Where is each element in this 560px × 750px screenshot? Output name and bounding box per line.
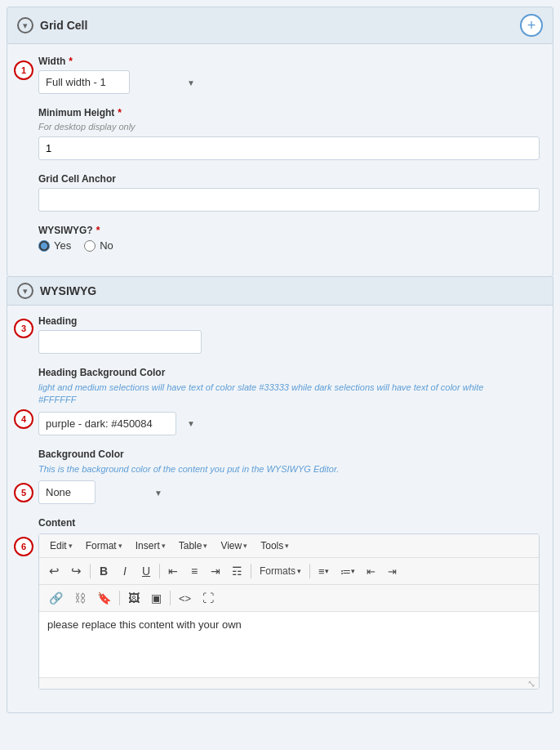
editor-toolbar-row2: 🔗 ⛓ 🔖 🖼 ▣	[39, 585, 539, 612]
content-label: Content	[38, 517, 540, 529]
width-field-group: Width * Full width - 1	[38, 56, 540, 94]
align-right-button[interactable]: ⇥	[206, 561, 225, 581]
panel-title: Grid Cell	[40, 19, 87, 32]
bg-color-label: Background Color	[38, 449, 540, 460]
editor-container: Edit▾ Format▾ Insert▾ Table▾ View▾	[38, 533, 540, 690]
chevron-icon: ▾	[23, 20, 28, 31]
anchor-field-group: Grid Cell Anchor	[38, 173, 540, 212]
sub-panel-header: ▾ WYSIWYG	[7, 277, 553, 306]
align-justify-button[interactable]: ☶	[227, 561, 247, 581]
separator1	[90, 564, 91, 578]
outer-panel: ▾ Grid Cell + 1 Width * Full width - 1	[7, 7, 553, 713]
redo-button[interactable]: ↪	[66, 561, 87, 581]
align-center-button[interactable]: ≡	[184, 561, 204, 581]
separator2	[159, 564, 160, 578]
heading-label: Heading	[38, 315, 540, 327]
width-label: Width *	[38, 56, 540, 67]
step3-badge: 3	[14, 319, 33, 338]
menu-table[interactable]: Table▾	[173, 538, 214, 554]
content-field-group: Content 6 Edit▾ Format▾	[38, 517, 540, 690]
anchor-input[interactable]	[38, 188, 540, 212]
collapse-button[interactable]: ▾	[17, 17, 33, 33]
radio-no[interactable]: No	[84, 239, 113, 252]
menu-tools[interactable]: Tools▾	[255, 538, 295, 554]
indent-in-button[interactable]: ⇥	[383, 561, 402, 581]
image-icon: 🖼	[128, 592, 140, 605]
wysiwyg-field-group: WYSIWYG? * Yes No	[38, 225, 540, 252]
wysiwyg-required: *	[96, 225, 100, 236]
numbered-list-button[interactable]: ≔ ▾	[336, 561, 360, 581]
bg-color-field-group: Background Color This is the background …	[38, 449, 540, 504]
menu-format[interactable]: Format▾	[80, 538, 128, 554]
unlink-button[interactable]: ⛓	[69, 588, 91, 608]
sub-panel-body: 3 Heading Heading Background Color light…	[7, 306, 553, 712]
separator3	[251, 564, 251, 578]
min-height-label: Minimum Height *	[38, 107, 540, 118]
panel-body: 1 Width * Full width - 1 Minimum Height …	[7, 44, 553, 277]
wysiwyg-label: WYSIWYG? *	[38, 225, 540, 236]
media-icon: ▣	[151, 592, 162, 605]
media-button[interactable]: ▣	[146, 588, 167, 608]
sub-chevron-icon: ▾	[23, 286, 28, 297]
separator6	[170, 591, 171, 605]
wysiwyg-radio-group: Yes No	[38, 239, 540, 252]
indent-out-button[interactable]: ⇤	[362, 561, 381, 581]
menu-view[interactable]: View▾	[215, 538, 253, 554]
step1-badge: 1	[14, 60, 33, 80]
unlink-icon: ⛓	[74, 592, 86, 605]
editor-menubar: Edit▾ Format▾ Insert▾ Table▾ View▾	[39, 534, 539, 558]
bookmark-icon: 🔖	[97, 592, 111, 605]
bookmark-button[interactable]: 🔖	[92, 588, 116, 608]
add-button[interactable]: +	[520, 14, 543, 37]
fullscreen-icon: ⛶	[202, 592, 214, 605]
width-select[interactable]: Full width - 1	[38, 70, 130, 94]
panel-header: ▾ Grid Cell +	[7, 7, 553, 44]
plus-icon: +	[527, 17, 536, 34]
min-height-hint: For desktop display only	[38, 122, 540, 132]
separator5	[119, 591, 120, 605]
radio-yes[interactable]: Yes	[38, 239, 71, 252]
heading-input[interactable]	[38, 330, 202, 354]
editor-footer: ⤡	[39, 677, 539, 689]
bullet-list-button[interactable]: ≡ ▾	[313, 561, 334, 581]
underline-button[interactable]: U	[136, 561, 156, 581]
heading-bg-select[interactable]: purple - dark: #450084	[38, 412, 176, 435]
heading-bg-field-group: Heading Background Color light and mediu…	[38, 367, 540, 435]
bg-color-hint: This is the background color of the cont…	[38, 463, 512, 475]
editor-toolbar-row1: ↩ ↪ B I U ⇤ ≡ ⇥ ☶ Formats ▾	[39, 558, 539, 585]
min-height-required: *	[118, 107, 122, 118]
resize-handle[interactable]: ⤡	[527, 678, 536, 690]
bold-button[interactable]: B	[94, 561, 113, 581]
bg-color-select[interactable]: None	[38, 480, 96, 504]
step6-badge: 6	[14, 537, 33, 556]
italic-button[interactable]: I	[115, 561, 135, 581]
wysiwyg-sub-panel: ▾ WYSIWYG 3 Heading Heading Background C…	[7, 277, 553, 713]
anchor-label: Grid Cell Anchor	[38, 173, 540, 185]
link-icon: 🔗	[49, 592, 63, 605]
fullscreen-button[interactable]: ⛶	[198, 588, 219, 608]
sub-panel-title: WYSIWYG	[40, 284, 96, 297]
image-button[interactable]: 🖼	[123, 588, 144, 608]
heading-bg-label: Heading Background Color	[38, 367, 540, 378]
heading-bg-hint: light and medium selections will have te…	[38, 382, 512, 407]
heading-field-group: Heading	[38, 315, 540, 354]
menu-insert[interactable]: Insert▾	[130, 538, 171, 554]
code-button[interactable]: <>	[174, 588, 196, 608]
align-left-button[interactable]: ⇤	[163, 561, 183, 581]
min-height-input[interactable]	[38, 136, 540, 160]
step5-badge: 5	[14, 483, 33, 502]
menu-edit[interactable]: Edit▾	[44, 538, 78, 554]
code-icon: <>	[179, 592, 191, 605]
link-button[interactable]: 🔗	[44, 588, 68, 608]
step4-badge: 4	[14, 409, 33, 429]
width-required: *	[69, 56, 73, 67]
editor-content[interactable]: please replace this content with your ow…	[39, 612, 539, 677]
min-height-field-group: Minimum Height * For desktop display onl…	[38, 107, 540, 160]
formats-button[interactable]: Formats ▾	[255, 561, 306, 581]
sub-collapse-button[interactable]: ▾	[17, 283, 33, 299]
undo-button[interactable]: ↩	[44, 561, 64, 581]
separator4	[309, 564, 310, 578]
